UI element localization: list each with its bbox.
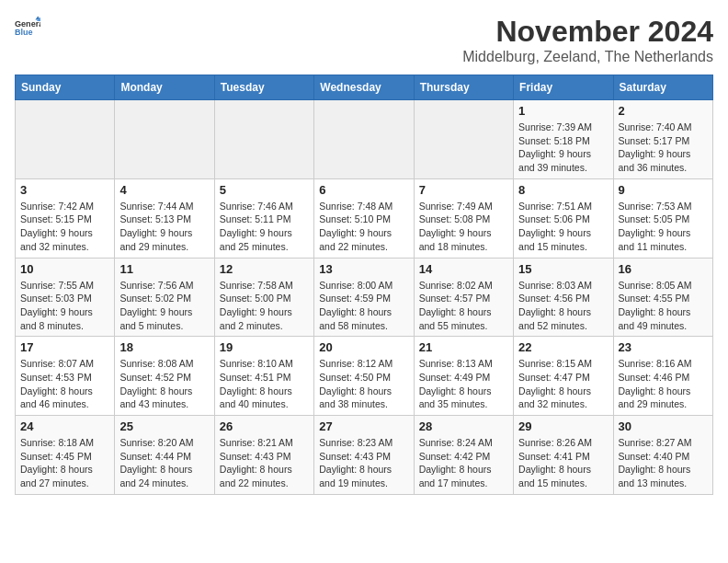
day-info: Sunrise: 7:39 AM Sunset: 5:18 PM Dayligh… (518, 121, 608, 175)
day-info: Sunrise: 7:46 AM Sunset: 5:11 PM Dayligh… (220, 200, 309, 254)
day-number: 12 (220, 262, 309, 276)
day-info: Sunrise: 7:58 AM Sunset: 5:00 PM Dayligh… (220, 279, 309, 333)
day-info: Sunrise: 8:13 AM Sunset: 4:49 PM Dayligh… (419, 357, 508, 411)
header-cell-monday: Monday (115, 75, 214, 100)
calendar-header-row: SundayMondayTuesdayWednesdayThursdayFrid… (16, 75, 713, 100)
calendar-cell: 13Sunrise: 8:00 AM Sunset: 4:59 PM Dayli… (314, 258, 414, 337)
day-number: 27 (319, 419, 408, 433)
calendar-cell (115, 100, 214, 179)
day-info: Sunrise: 7:55 AM Sunset: 5:03 PM Dayligh… (20, 279, 109, 333)
header-cell-wednesday: Wednesday (314, 75, 414, 100)
day-number: 3 (20, 183, 109, 197)
day-info: Sunrise: 7:44 AM Sunset: 5:13 PM Dayligh… (119, 200, 209, 254)
svg-text:Blue: Blue (15, 28, 33, 37)
day-info: Sunrise: 8:07 AM Sunset: 4:53 PM Dayligh… (20, 357, 109, 411)
calendar-week-5: 24Sunrise: 8:18 AM Sunset: 4:45 PM Dayli… (16, 416, 713, 495)
day-info: Sunrise: 7:53 AM Sunset: 5:05 PM Dayligh… (619, 200, 708, 254)
calendar-cell: 2Sunrise: 7:40 AM Sunset: 5:17 PM Daylig… (613, 100, 712, 179)
day-info: Sunrise: 7:56 AM Sunset: 5:02 PM Dayligh… (119, 279, 209, 333)
svg-text:General: General (15, 19, 40, 29)
day-info: Sunrise: 7:48 AM Sunset: 5:10 PM Dayligh… (319, 200, 408, 254)
day-info: Sunrise: 8:10 AM Sunset: 4:51 PM Dayligh… (220, 357, 309, 411)
day-info: Sunrise: 7:42 AM Sunset: 5:15 PM Dayligh… (20, 200, 109, 254)
calendar-week-4: 17Sunrise: 8:07 AM Sunset: 4:53 PM Dayli… (16, 337, 713, 416)
calendar-week-2: 3Sunrise: 7:42 AM Sunset: 5:15 PM Daylig… (16, 178, 713, 258)
calendar-cell: 10Sunrise: 7:55 AM Sunset: 5:03 PM Dayli… (16, 258, 115, 337)
day-info: Sunrise: 8:02 AM Sunset: 4:57 PM Dayligh… (419, 279, 508, 333)
day-number: 17 (20, 340, 109, 354)
calendar-cell: 12Sunrise: 7:58 AM Sunset: 5:00 PM Dayli… (214, 258, 313, 337)
month-title: November 2024 (462, 15, 713, 49)
day-number: 22 (518, 340, 608, 354)
day-number: 26 (220, 419, 309, 433)
day-number: 21 (419, 340, 508, 354)
header-cell-friday: Friday (514, 75, 613, 100)
day-info: Sunrise: 8:05 AM Sunset: 4:55 PM Dayligh… (619, 279, 708, 333)
calendar-cell: 8Sunrise: 7:51 AM Sunset: 5:06 PM Daylig… (514, 178, 613, 258)
day-number: 9 (619, 183, 708, 197)
calendar-cell: 30Sunrise: 8:27 AM Sunset: 4:40 PM Dayli… (613, 416, 712, 495)
day-info: Sunrise: 7:40 AM Sunset: 5:17 PM Dayligh… (619, 121, 708, 175)
calendar-cell: 18Sunrise: 8:08 AM Sunset: 4:52 PM Dayli… (115, 337, 214, 416)
title-area: November 2024 Middelburg, Zeeland, The N… (462, 15, 713, 65)
day-number: 24 (20, 419, 109, 433)
calendar-cell: 3Sunrise: 7:42 AM Sunset: 5:15 PM Daylig… (16, 178, 115, 258)
day-info: Sunrise: 7:51 AM Sunset: 5:06 PM Dayligh… (518, 200, 608, 254)
calendar-cell: 17Sunrise: 8:07 AM Sunset: 4:53 PM Dayli… (16, 337, 115, 416)
day-number: 8 (518, 183, 608, 197)
day-number: 4 (119, 183, 209, 197)
calendar-cell: 20Sunrise: 8:12 AM Sunset: 4:50 PM Dayli… (314, 337, 414, 416)
calendar-cell: 15Sunrise: 8:03 AM Sunset: 4:56 PM Dayli… (514, 258, 613, 337)
day-number: 28 (419, 419, 508, 433)
day-number: 16 (619, 262, 708, 276)
calendar-cell: 1Sunrise: 7:39 AM Sunset: 5:18 PM Daylig… (514, 100, 613, 179)
day-info: Sunrise: 8:27 AM Sunset: 4:40 PM Dayligh… (619, 436, 708, 490)
calendar-cell: 14Sunrise: 8:02 AM Sunset: 4:57 PM Dayli… (414, 258, 513, 337)
day-info: Sunrise: 8:24 AM Sunset: 4:42 PM Dayligh… (419, 436, 508, 490)
day-number: 15 (518, 262, 608, 276)
calendar-week-3: 10Sunrise: 7:55 AM Sunset: 5:03 PM Dayli… (16, 258, 713, 337)
day-number: 19 (220, 340, 309, 354)
header-cell-thursday: Thursday (414, 75, 513, 100)
logo-icon: General Blue (15, 15, 40, 40)
day-info: Sunrise: 8:15 AM Sunset: 4:47 PM Dayligh… (518, 357, 608, 411)
calendar-cell (314, 100, 414, 179)
calendar-cell: 11Sunrise: 7:56 AM Sunset: 5:02 PM Dayli… (115, 258, 214, 337)
day-number: 7 (419, 183, 508, 197)
day-info: Sunrise: 8:00 AM Sunset: 4:59 PM Dayligh… (319, 279, 408, 333)
day-info: Sunrise: 8:08 AM Sunset: 4:52 PM Dayligh… (119, 357, 209, 411)
day-info: Sunrise: 8:03 AM Sunset: 4:56 PM Dayligh… (518, 279, 608, 333)
day-number: 30 (619, 419, 708, 433)
day-number: 20 (319, 340, 408, 354)
day-number: 18 (119, 340, 209, 354)
calendar-cell: 6Sunrise: 7:48 AM Sunset: 5:10 PM Daylig… (314, 178, 414, 258)
calendar-cell: 26Sunrise: 8:21 AM Sunset: 4:43 PM Dayli… (214, 416, 313, 495)
day-number: 2 (619, 104, 708, 118)
day-info: Sunrise: 8:18 AM Sunset: 4:45 PM Dayligh… (20, 436, 109, 490)
header-cell-sunday: Sunday (16, 75, 115, 100)
calendar-table: SundayMondayTuesdayWednesdayThursdayFrid… (15, 75, 713, 495)
day-number: 29 (518, 419, 608, 433)
day-number: 14 (419, 262, 508, 276)
day-info: Sunrise: 8:20 AM Sunset: 4:44 PM Dayligh… (119, 436, 209, 490)
day-number: 11 (119, 262, 209, 276)
calendar-body: 1Sunrise: 7:39 AM Sunset: 5:18 PM Daylig… (16, 100, 713, 495)
calendar-cell: 25Sunrise: 8:20 AM Sunset: 4:44 PM Dayli… (115, 416, 214, 495)
calendar-cell: 24Sunrise: 8:18 AM Sunset: 4:45 PM Dayli… (16, 416, 115, 495)
calendar-cell: 29Sunrise: 8:26 AM Sunset: 4:41 PM Dayli… (514, 416, 613, 495)
day-number: 13 (319, 262, 408, 276)
day-info: Sunrise: 8:26 AM Sunset: 4:41 PM Dayligh… (518, 436, 608, 490)
calendar-cell: 28Sunrise: 8:24 AM Sunset: 4:42 PM Dayli… (414, 416, 513, 495)
day-number: 1 (518, 104, 608, 118)
calendar-week-1: 1Sunrise: 7:39 AM Sunset: 5:18 PM Daylig… (16, 100, 713, 179)
calendar-cell: 9Sunrise: 7:53 AM Sunset: 5:05 PM Daylig… (613, 178, 712, 258)
calendar-cell: 22Sunrise: 8:15 AM Sunset: 4:47 PM Dayli… (514, 337, 613, 416)
calendar-cell: 19Sunrise: 8:10 AM Sunset: 4:51 PM Dayli… (214, 337, 313, 416)
day-number: 5 (220, 183, 309, 197)
calendar-cell (16, 100, 115, 179)
calendar-cell: 4Sunrise: 7:44 AM Sunset: 5:13 PM Daylig… (115, 178, 214, 258)
calendar-cell (414, 100, 513, 179)
header: General Blue November 2024 Middelburg, Z… (15, 15, 713, 65)
calendar-cell: 16Sunrise: 8:05 AM Sunset: 4:55 PM Dayli… (613, 258, 712, 337)
day-number: 25 (119, 419, 209, 433)
